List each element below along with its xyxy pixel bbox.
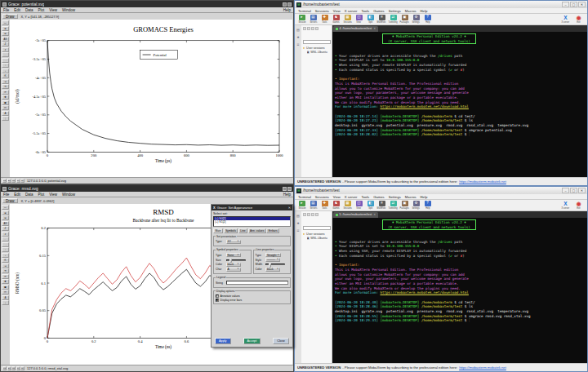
checkbox-box[interactable]: ✓ [216, 299, 219, 302]
maximize-button[interactable]: ▢ [570, 188, 577, 193]
toolbar-session[interactable]: ▸Session [296, 201, 307, 210]
toolbar-exit[interactable]: ◉Exit [573, 15, 584, 24]
grace-tool-z[interactable]: Z [2, 226, 9, 231]
session-tree-item-user-sessions[interactable]: ★User sessions [303, 46, 331, 50]
grace-tool-item[interactable]: ⇱ [2, 73, 9, 78]
status-button-dl[interactable]: Dl [20, 366, 24, 370]
grace-tool-item[interactable]: ⊖ [2, 215, 9, 220]
minimize-button[interactable] [283, 187, 287, 191]
menu-help[interactable]: Help [421, 9, 428, 13]
maximize-button[interactable] [287, 187, 292, 191]
toolbar-tunneling[interactable]: ⇄Tunneling [388, 15, 399, 24]
status-button-dl[interactable]: Dl [20, 179, 24, 183]
grace-tool-as[interactable]: AS [2, 37, 9, 42]
grace-tool-z[interactable]: z [2, 47, 9, 52]
grace-tool-item[interactable]: ⊖ [2, 31, 9, 36]
menu-settings[interactable]: Settings [389, 9, 401, 13]
toolbar-multiexec[interactable]: ≡MultiExec [376, 201, 387, 210]
slider-thumb[interactable] [229, 259, 232, 264]
dialog-close-button[interactable]: ✕ [288, 206, 291, 210]
status-button-tx[interactable]: Tx [16, 366, 20, 370]
menu-x-server[interactable]: X server [345, 195, 358, 199]
menu-file[interactable]: File [3, 193, 9, 197]
menu-x-server[interactable]: X server [345, 9, 358, 13]
toolbar-x-server[interactable]: XX server [560, 15, 571, 24]
grace-tool-item[interactable]: ✚ [2, 95, 9, 100]
type-select[interactable]: None▼ [226, 253, 241, 257]
toolbar-servers[interactable]: ▤Servers [308, 15, 318, 24]
menu-view[interactable]: View [333, 195, 341, 199]
titlebar[interactable]: M /home/mobaxterm/test – ▢ ✕ [295, 187, 587, 194]
toolbar-games[interactable]: ♞Games [331, 15, 341, 24]
mobatek-link[interactable]: https://mobaxterm.mobatek.net [459, 365, 506, 370]
set-list[interactable]: (+) S0[2](+) S1[2] [213, 216, 291, 227]
set-list-item[interactable]: (+) S1[2] [214, 220, 290, 224]
toolbar-tools[interactable]: ✚Tools [319, 15, 330, 24]
grace-tool-z[interactable]: Z [2, 42, 9, 46]
dialog-tab-symbols[interactable]: Symbols [224, 228, 238, 233]
toolbar-x-server[interactable]: XX server [560, 201, 571, 210]
tab-close-icon[interactable]: ✕ [373, 26, 376, 32]
grace-tool-item[interactable]: ⇲ [2, 79, 9, 84]
grace-tool-item[interactable]: ⊕ [2, 210, 9, 215]
close-button[interactable]: ✕ [578, 2, 586, 7]
slider-thumb[interactable] [269, 264, 271, 268]
menu-macros[interactable]: Macros [405, 195, 416, 199]
checkbox-display-error-bars[interactable]: ✓Display error bars [216, 299, 288, 302]
grace-tool-a[interactable]: A [2, 295, 9, 300]
grace-tool-item[interactable]: ⇲ [2, 264, 9, 268]
menu-games[interactable]: Games [373, 9, 385, 13]
dialog-titlebar[interactable]: X Grace: Set Appearance ✕ [212, 205, 292, 210]
grace-tool-item[interactable]: ← [2, 237, 9, 241]
grace-tool-item[interactable]: ↓ [2, 253, 9, 258]
color-select[interactable]: black▼ [265, 268, 280, 272]
status-button-mn[interactable]: Mn [11, 179, 16, 183]
grace-tool-item[interactable]: ▭ [2, 20, 9, 25]
set-type-select[interactable]: XY▼ [226, 240, 241, 244]
toolbar-servers[interactable]: ▤Servers [308, 201, 318, 210]
grace-tool-item[interactable]: ⟲ [2, 84, 9, 89]
grace-tool-item[interactable]: ▣ [2, 285, 9, 290]
checkbox-box[interactable] [216, 294, 219, 298]
dialog-tab-main[interactable]: Main [213, 228, 223, 233]
menu-view[interactable]: View [333, 9, 341, 13]
toolbar-view[interactable]: ◫View [354, 15, 364, 24]
menu-plot[interactable]: Plot [38, 8, 45, 12]
plot-canvas-potential[interactable]: 02004006008001000-3e+05-3.5e+05-4e+05-4.… [10, 20, 292, 177]
sidebar-mini-icon[interactable] [307, 213, 310, 216]
toolbar-settings[interactable]: ⚙Settings [411, 15, 421, 24]
menu-plot[interactable]: Plot [38, 193, 45, 197]
menu-window[interactable]: Window [62, 193, 75, 197]
checkbox-annotate-values[interactable]: Annotate values [216, 294, 288, 298]
menu-terminal[interactable]: Terminal [298, 9, 311, 13]
status-button-pg[interactable]: Pg [2, 366, 7, 370]
close-button[interactable]: Close [273, 338, 289, 344]
style-select[interactable]: ———▼ [265, 258, 280, 262]
accept-button[interactable]: Accept [243, 338, 261, 344]
toolbar-help[interactable]: ?Help [422, 201, 433, 210]
grace-tool-item[interactable]: ⊕ [2, 26, 9, 31]
sidebar-mini-icon[interactable] [315, 27, 318, 30]
color-select[interactable]: black▼ [226, 263, 241, 267]
grace-tool-as[interactable]: AS [2, 221, 9, 226]
grace-tool-item[interactable]: ⟲ [2, 268, 9, 273]
grace-tool-item[interactable]: ⟳ [2, 274, 9, 279]
terminal[interactable]: ♦ MobaXterm Personal Edition v24.2 ♦(X s… [332, 218, 587, 363]
status-button-bn[interactable]: Bn [7, 366, 11, 370]
window-menu-icon[interactable] [2, 187, 7, 191]
draw-button[interactable]: Draw [2, 198, 18, 203]
menu-edit[interactable]: Edit [14, 193, 20, 197]
toolbar-packages[interactable]: ▣Packages [399, 201, 410, 210]
grace-tool-item[interactable]: ◫ [2, 290, 9, 294]
session-tree-item-wsl-ubuntu[interactable]: ▣WSL-Ubuntu [307, 237, 331, 240]
titlebar[interactable]: M /home/mobaxterm/test – ▢ ✕ [295, 1, 587, 8]
grace-tool-item[interactable]: ▣ [2, 100, 9, 105]
toolbar-tools[interactable]: ✚Tools [319, 201, 330, 210]
quick-connect-input[interactable] [303, 40, 331, 44]
sidebar-mini-icon[interactable] [311, 27, 314, 30]
width-slider[interactable] [265, 264, 285, 265]
toolbar-session[interactable]: ▸Session [296, 15, 307, 24]
size-slider[interactable] [226, 259, 246, 261]
terminal-tab[interactable]: 5. /home/mobaxterm/test ✕ [333, 212, 378, 218]
char-select[interactable]: A▼ [226, 268, 241, 272]
